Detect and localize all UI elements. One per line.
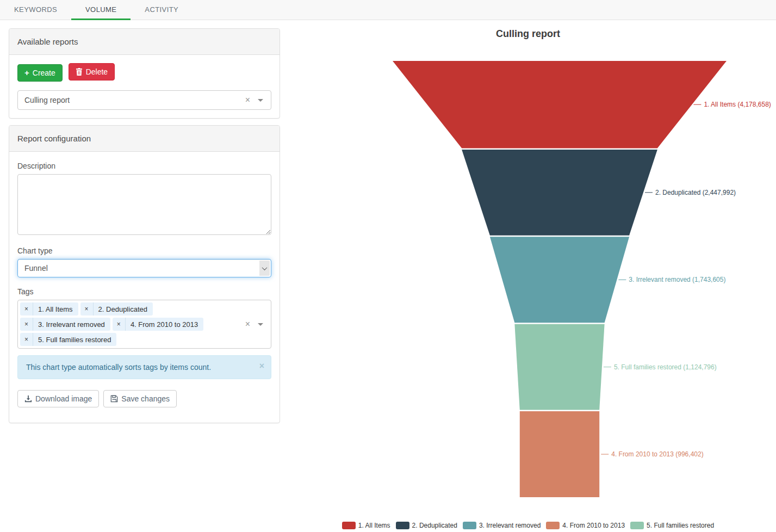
report-select-value: Culling report xyxy=(24,96,70,104)
funnel-plot: 1. All Items (4,178,658)2. Deduplicated … xyxy=(280,20,776,532)
report-configuration-body: Description Chart type Funnel Tags ×1. A… xyxy=(9,152,280,423)
legend-swatch xyxy=(396,522,409,529)
legend-item[interactable]: 2. Deduplicated xyxy=(396,522,457,529)
funnel-label: 4. From 2010 to 2013 (996,402) xyxy=(611,450,703,458)
chevron-down-icon[interactable] xyxy=(258,99,263,102)
tag-chip-label: 2. Deduplicated xyxy=(94,305,153,313)
save-icon xyxy=(110,395,118,403)
info-alert: This chart type automatically sorts tags… xyxy=(17,355,271,379)
legend-label: 1. All Items xyxy=(358,522,390,529)
report-configuration-panel: Report configuration Description Chart t… xyxy=(9,125,280,423)
funnel-label: 5. Full families restored (1,124,796) xyxy=(614,363,717,371)
legend-item[interactable]: 4. From 2010 to 2013 xyxy=(546,522,625,529)
funnel-segment[interactable] xyxy=(490,237,629,323)
tab-bar: KEYWORDS VOLUME ACTIVITY xyxy=(0,0,776,20)
tag-chip-label: 4. From 2010 to 2013 xyxy=(126,320,203,329)
funnel-label: 2. Deduplicated (2,447,992) xyxy=(655,189,736,196)
legend-label: 2. Deduplicated xyxy=(412,522,457,529)
remove-tag-icon[interactable]: × xyxy=(20,318,33,331)
create-button[interactable]: + Create xyxy=(17,64,63,82)
tab-volume[interactable]: VOLUME xyxy=(71,0,131,20)
download-icon xyxy=(24,395,32,403)
legend-label: 5. Full families restored xyxy=(647,522,714,529)
remove-tag-icon[interactable]: × xyxy=(20,333,33,346)
funnel-chart: Culling report 1. All Items (4,178,658)2… xyxy=(280,20,776,532)
remove-tag-icon[interactable]: × xyxy=(80,302,94,316)
tag-chip: ×4. From 2010 to 2013 xyxy=(113,318,203,331)
available-reports-body: + Create Delete Culling report × xyxy=(9,55,280,118)
funnel-label: 3. Irrelevant removed (1,743,605) xyxy=(629,276,725,283)
clear-tags-icon[interactable]: × xyxy=(245,320,250,329)
legend-item[interactable]: 5. Full families restored xyxy=(630,522,714,529)
available-reports-panel: Available reports + Create Delete Cullin… xyxy=(9,28,280,119)
remove-tag-icon[interactable]: × xyxy=(20,302,33,316)
chart-type-value: Funnel xyxy=(24,264,48,273)
remove-tag-icon[interactable]: × xyxy=(113,318,126,331)
tab-activity[interactable]: ACTIVITY xyxy=(131,0,193,20)
funnel-segment[interactable] xyxy=(514,324,604,410)
chevron-down-icon[interactable] xyxy=(258,323,263,326)
description-field[interactable] xyxy=(17,174,271,235)
plus-icon: + xyxy=(24,69,29,77)
tag-chip: ×3. Irrelevant removed xyxy=(20,318,110,331)
legend-swatch xyxy=(630,522,644,529)
chart-type-label: Chart type xyxy=(17,246,271,255)
tags-label: Tags xyxy=(17,287,271,296)
legend-swatch xyxy=(546,522,560,529)
tag-chip-label: 3. Irrelevant removed xyxy=(33,320,110,329)
panel-title: Available reports xyxy=(9,29,280,55)
funnel-segment[interactable] xyxy=(462,150,657,236)
close-icon[interactable]: × xyxy=(259,362,264,370)
chevron-down-icon xyxy=(262,265,268,270)
tag-chip-label: 5. Full families restored xyxy=(33,336,116,344)
select-dropmarker[interactable] xyxy=(259,261,270,276)
description-label: Description xyxy=(17,162,271,170)
tags-select[interactable]: ×1. All Items×2. Deduplicated×3. Irrelev… xyxy=(17,300,271,349)
chart-type-select[interactable]: Funnel xyxy=(17,259,271,277)
save-changes-button[interactable]: Save changes xyxy=(103,390,177,407)
panel-title: Report configuration xyxy=(9,126,280,152)
delete-button[interactable]: Delete xyxy=(69,63,115,81)
legend-item[interactable]: 3. Irrelevant removed xyxy=(463,522,541,529)
legend-label: 4. From 2010 to 2013 xyxy=(562,522,625,529)
delete-button-label: Delete xyxy=(86,67,108,76)
download-image-button[interactable]: Download image xyxy=(17,390,99,407)
report-select[interactable]: Culling report × xyxy=(17,90,271,110)
clear-selection-icon[interactable]: × xyxy=(245,96,250,104)
info-alert-text: This chart type automatically sorts tags… xyxy=(26,363,211,372)
tag-chip-label: 1. All Items xyxy=(33,305,78,313)
chart-legend: 1. All Items2. Deduplicated3. Irrelevant… xyxy=(280,522,776,529)
tag-chip: ×5. Full families restored xyxy=(20,333,116,346)
funnel-segment[interactable] xyxy=(520,411,599,497)
legend-swatch xyxy=(342,522,356,529)
tag-chip: ×1. All Items xyxy=(20,302,78,316)
legend-swatch xyxy=(463,522,476,529)
download-image-label: Download image xyxy=(35,394,92,403)
save-changes-label: Save changes xyxy=(121,394,170,403)
funnel-label: 1. All Items (4,178,658) xyxy=(704,101,771,108)
legend-label: 3. Irrelevant removed xyxy=(479,522,541,529)
legend-item[interactable]: 1. All Items xyxy=(342,522,390,529)
tab-keywords[interactable]: KEYWORDS xyxy=(0,0,71,20)
trash-icon xyxy=(76,68,83,76)
create-button-label: Create xyxy=(33,69,55,77)
tag-chip: ×2. Deduplicated xyxy=(80,302,153,316)
funnel-segment[interactable] xyxy=(393,61,727,148)
